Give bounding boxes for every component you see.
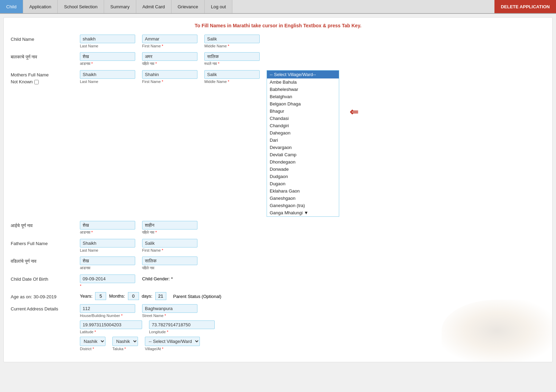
address-line-2: Latitude * Longitude * <box>80 320 215 334</box>
village-listbox[interactable]: -- Select Village/Ward-- Ambe Bahula Bab… <box>267 70 339 217</box>
tab-school-selection[interactable]: School Selection <box>58 0 104 13</box>
marathi-child-last-input[interactable] <box>80 52 135 61</box>
list-item[interactable]: Dugaon <box>267 180 339 187</box>
latitude-input[interactable] <box>80 320 142 329</box>
fathers-first-input[interactable] <box>142 239 197 248</box>
marathi-child-middle-input[interactable] <box>204 52 260 61</box>
marathi-child-middle-label: मधले नाव * <box>204 62 260 66</box>
dob-gender-fields: * Child Gender: * <box>80 274 545 288</box>
village-list-header: -- Select Village/Ward-- <box>267 71 339 78</box>
child-first-name-label: First Name * <box>142 44 197 48</box>
dob-group: * <box>80 274 135 288</box>
marathi-mother-first-input[interactable] <box>142 221 197 230</box>
age-row: Age as on: 30-09-2019 Years: Months: day… <box>11 292 545 300</box>
tab-application[interactable]: Application <box>23 0 58 13</box>
child-last-name-input[interactable] <box>80 35 135 43</box>
dob-sub-label: * <box>80 284 135 288</box>
marathi-father-fields: आडनाव पहिले नाव <box>80 256 545 270</box>
list-item[interactable]: Belgaon Dhaga <box>267 100 339 108</box>
house-number-input[interactable] <box>80 304 135 313</box>
tab-child[interactable]: Child <box>0 0 23 13</box>
list-item[interactable]: Chandgiri <box>267 122 339 129</box>
list-item[interactable]: Ganeshgaon (tra) <box>267 202 339 209</box>
list-item[interactable]: Dhondegaon <box>267 158 339 166</box>
district-select[interactable]: Nashik <box>80 337 105 346</box>
days-input[interactable] <box>155 292 166 300</box>
marathi-father-label: वडिलांचे पूर्ण नाव <box>11 256 80 264</box>
marathi-father-last-input[interactable] <box>80 256 135 265</box>
fathers-first-group: First Name * <box>142 239 197 252</box>
mothers-middle-input[interactable] <box>204 70 260 79</box>
tab-grievance[interactable]: Grievance <box>172 0 205 13</box>
mothers-middle-label: Middle Name * <box>204 80 260 84</box>
navigation-bar: Child Application School Selection Summa… <box>0 0 556 14</box>
list-item[interactable]: Ambe Bahula <box>267 78 339 86</box>
list-item[interactable]: Chandasi <box>267 115 339 122</box>
marathi-child-first-label: पहिले नाव * <box>142 62 197 66</box>
fathers-name-fields: Last Name First Name * <box>80 239 545 252</box>
list-item[interactable]: Ganeshgaon <box>267 195 339 202</box>
tab-logout[interactable]: Log out <box>205 0 232 13</box>
mothers-first-label: First Name * <box>142 80 197 84</box>
taluka-select[interactable]: Nashik <box>112 337 138 346</box>
delete-application-button[interactable]: DELETE APPLICATION <box>494 0 556 13</box>
years-input[interactable] <box>95 292 106 300</box>
marathi-child-name-row: बालकाचे पूर्ण नाव आडनाव * पहिले नाव * मध… <box>11 52 545 66</box>
street-name-input[interactable] <box>142 304 197 313</box>
child-name-row: Child Name Last Name First Name * Middle… <box>11 35 545 48</box>
marathi-child-first-input[interactable] <box>142 52 197 61</box>
tab-admit-card[interactable]: Admit Card <box>136 0 172 13</box>
list-item[interactable]: Devargaon <box>267 144 339 151</box>
fathers-last-label: Last Name <box>80 248 135 252</box>
days-label: days: <box>142 293 152 299</box>
child-middle-name-input[interactable] <box>204 35 260 43</box>
district-label: District * <box>80 347 105 351</box>
address-label: Current Address Details <box>11 304 80 312</box>
marathi-father-first-input[interactable] <box>142 256 197 265</box>
child-first-name-input[interactable] <box>142 35 197 43</box>
address-row: Current Address Details House/Building N… <box>11 304 545 351</box>
address-sub-rows: House/Building Number * Street Name * La… <box>80 304 215 351</box>
house-number-label: House/Building Number * <box>80 314 135 318</box>
tab-summary[interactable]: Summary <box>104 0 136 13</box>
parent-status-group: Parent Status (Optional) <box>173 292 221 299</box>
list-item[interactable]: Babheleshwar <box>267 86 339 93</box>
mothers-middle-group: Middle Name * <box>204 70 260 84</box>
marathi-father-row: वडिलांचे पूर्ण नाव आडनाव पहिले नाव <box>11 256 545 270</box>
instruction-text: To Fill Names in Marathi take cursor in … <box>11 23 545 28</box>
years-label: Years: <box>80 293 92 299</box>
village-at-label: Village/At * <box>145 347 200 351</box>
child-name-fields: Last Name First Name * Middle Name * <box>80 35 545 48</box>
list-item[interactable]: Eklahara Gaon <box>267 187 339 195</box>
marathi-child-name-fields: आडनाव * पहिले नाव * मधले नाव * <box>80 52 545 66</box>
list-item[interactable]: Donwade <box>267 166 339 173</box>
longitude-input[interactable] <box>149 320 215 329</box>
mothers-first-input[interactable] <box>142 70 197 79</box>
fathers-first-label: First Name * <box>142 248 197 252</box>
dob-label: Child Date Of Birth <box>11 274 80 282</box>
list-item[interactable]: Devlali Camp <box>267 151 339 158</box>
marathi-mother-last-input[interactable] <box>80 221 135 230</box>
list-item[interactable]: Dahegaon <box>267 129 339 137</box>
fathers-last-input[interactable] <box>80 239 135 248</box>
mothers-last-input[interactable] <box>80 70 135 79</box>
street-name-label: Street Name * <box>142 314 197 318</box>
not-known-checkbox[interactable] <box>34 80 39 84</box>
child-gender-group: Child Gender: * <box>142 274 173 281</box>
fathers-name-row: Fathers Full Name Last Name First Name * <box>11 239 545 252</box>
list-item[interactable]: Dudgaon <box>267 173 339 180</box>
marathi-father-last-label: आडनाव <box>80 266 135 270</box>
list-item[interactable]: Ganga Mhalungi ▼ <box>267 209 339 216</box>
dob-input[interactable] <box>80 274 135 283</box>
list-item[interactable]: Bhagur <box>267 108 339 115</box>
months-input[interactable] <box>128 292 139 300</box>
village-select[interactable]: -- Select Village/Ward <box>145 337 200 346</box>
list-item[interactable]: Belatghvan <box>267 93 339 100</box>
child-name-label: Child Name <box>11 35 80 43</box>
street-name-group: Street Name * <box>142 304 197 318</box>
not-known-row: Not Known <box>11 79 80 85</box>
marathi-father-last-group: आडनाव <box>80 256 135 270</box>
list-item[interactable]: Dari <box>267 137 339 144</box>
house-number-group: House/Building Number * <box>80 304 135 318</box>
arrow-indicator: ⇐ <box>350 106 358 118</box>
